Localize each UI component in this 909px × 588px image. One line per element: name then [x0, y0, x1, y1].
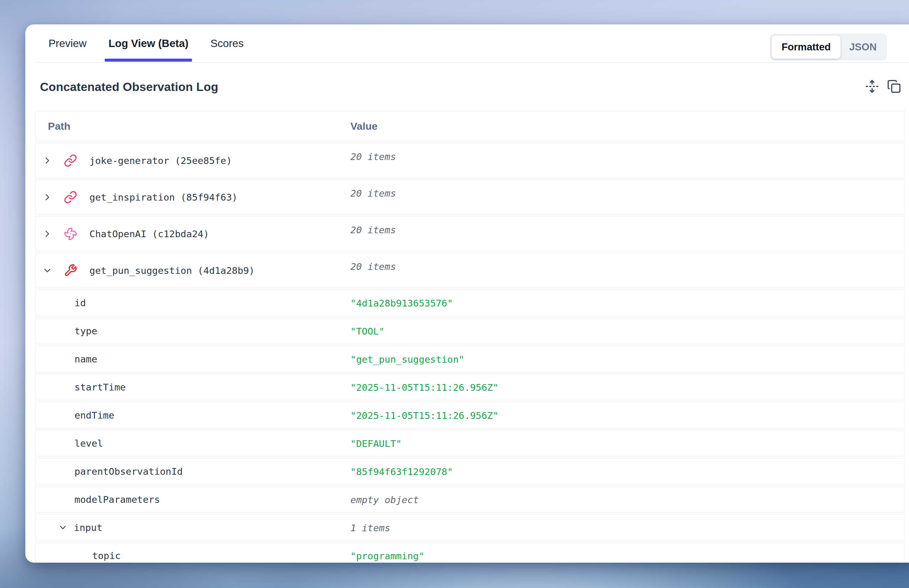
path-cell: get_pun_suggestion (4d1a28b9) — [36, 254, 904, 288]
copy-button[interactable] — [886, 79, 902, 95]
table-body: joke-generator (25ee85fe)20 itemsget_ins… — [36, 143, 905, 563]
row-value: empty object — [350, 494, 419, 506]
path-cell: parentObservationId — [36, 459, 904, 484]
expand-rows-button[interactable] — [864, 79, 880, 95]
chevron-right-icon — [42, 192, 53, 202]
row-value: "get_pun_suggestion" — [350, 353, 464, 365]
row-key: get_inspiration (85f94f63) — [89, 192, 237, 203]
table-row[interactable]: get_inspiration (85f94f63)20 items — [36, 180, 905, 215]
row-value: "DEFAULT" — [350, 438, 402, 450]
row-key: endTime — [74, 410, 115, 421]
table-row[interactable]: get_pun_suggestion (4d1a28b9)20 items — [36, 253, 905, 288]
path-cell: level — [36, 430, 904, 456]
header-actions — [864, 79, 902, 95]
path-cell: joke-generator (25ee85fe) — [36, 144, 904, 178]
table-row[interactable]: ChatOpenAI (c12bda24)20 items — [36, 216, 905, 251]
row-value: "2025-11-05T15:11:26.956Z" — [350, 409, 499, 422]
row-value: "2025-11-05T15:11:26.956Z" — [350, 381, 499, 394]
row-value: "85f94f63f1292078" — [350, 465, 453, 478]
row-key: joke-generator (25ee85fe) — [89, 155, 232, 166]
link-icon — [64, 191, 77, 204]
row-key: type — [74, 325, 97, 336]
table-row: endTime"2025-11-05T15:11:26.956Z" — [36, 402, 905, 428]
table-header: Path Value — [36, 111, 905, 141]
row-value: 20 items — [350, 224, 396, 236]
column-header-value: Value — [350, 120, 378, 132]
table-row[interactable]: joke-generator (25ee85fe)20 items — [36, 143, 905, 178]
log-view-panel: Preview Log View (Beta) Scores Formatted… — [25, 24, 909, 563]
row-value: 1 items — [350, 522, 391, 534]
row-value: 20 items — [350, 150, 396, 163]
row-key: id — [74, 297, 86, 309]
path-cell: input — [36, 515, 904, 540]
format-toggle: Formatted JSON — [770, 34, 887, 60]
row-value: 20 items — [350, 260, 396, 273]
toggle-option-formatted[interactable]: Formatted — [772, 36, 841, 59]
toggle-option-json[interactable]: JSON — [841, 36, 885, 59]
path-cell: type — [36, 318, 904, 344]
copy-icon — [887, 79, 901, 94]
chevron-right-icon — [42, 229, 53, 239]
row-key: ChatOpenAI (c12bda24) — [89, 228, 209, 239]
row-key: topic — [92, 550, 121, 561]
wrench-icon — [64, 264, 77, 277]
path-cell: ChatOpenAI (c12bda24) — [36, 217, 904, 251]
table-row: id"4d1a28b913653576" — [36, 290, 905, 316]
path-cell: id — [36, 290, 904, 316]
tab-preview[interactable]: Preview — [45, 24, 90, 62]
row-key: startTime — [74, 381, 126, 393]
chevron-right-icon — [42, 155, 53, 166]
path-cell: name — [36, 346, 904, 372]
path-cell: get_inspiration (85f94f63) — [36, 180, 904, 214]
chevron-down-icon — [42, 265, 53, 276]
tab-log-view[interactable]: Log View (Beta) — [105, 24, 192, 62]
tab-scores[interactable]: Scores — [207, 24, 247, 62]
table-row: level"DEFAULT" — [36, 430, 905, 456]
path-cell: modelParameters — [36, 487, 904, 512]
row-key: name — [74, 354, 97, 365]
table-row[interactable]: input1 items — [36, 514, 905, 541]
row-value: "programming" — [350, 550, 425, 562]
row-key: level — [74, 438, 103, 449]
row-value: "4d1a28b913653576" — [350, 297, 453, 309]
row-key: get_pun_suggestion (4d1a28b9) — [89, 265, 255, 276]
tab-bar: Preview Log View (Beta) Scores Formatted… — [36, 24, 909, 63]
link-icon — [64, 154, 77, 167]
column-header-path: Path — [36, 120, 71, 132]
section-header: Concatenated Observation Log — [25, 63, 909, 111]
table-row: startTime"2025-11-05T15:11:26.956Z" — [36, 374, 905, 400]
row-key: modelParameters — [74, 494, 160, 505]
table-row: type"TOOL" — [36, 318, 905, 344]
table-row: parentObservationId"85f94f63f1292078" — [36, 458, 905, 485]
row-key: parentObservationId — [74, 466, 183, 477]
unfold-vertical-icon — [865, 79, 879, 94]
chevron-down-icon — [58, 523, 68, 532]
path-cell: topic — [36, 543, 904, 563]
fan-icon — [64, 227, 77, 241]
row-key: input — [74, 522, 102, 533]
observation-log-table: Path Value joke-generator (25ee85fe)20 i… — [36, 111, 905, 563]
table-row: topic"programming" — [36, 543, 905, 563]
table-row: name"get_pun_suggestion" — [36, 346, 905, 372]
table-row: modelParametersempty object — [36, 486, 905, 513]
row-value: "TOOL" — [350, 325, 384, 338]
row-value: 20 items — [350, 187, 396, 199]
page-title: Concatenated Observation Log — [40, 80, 218, 94]
